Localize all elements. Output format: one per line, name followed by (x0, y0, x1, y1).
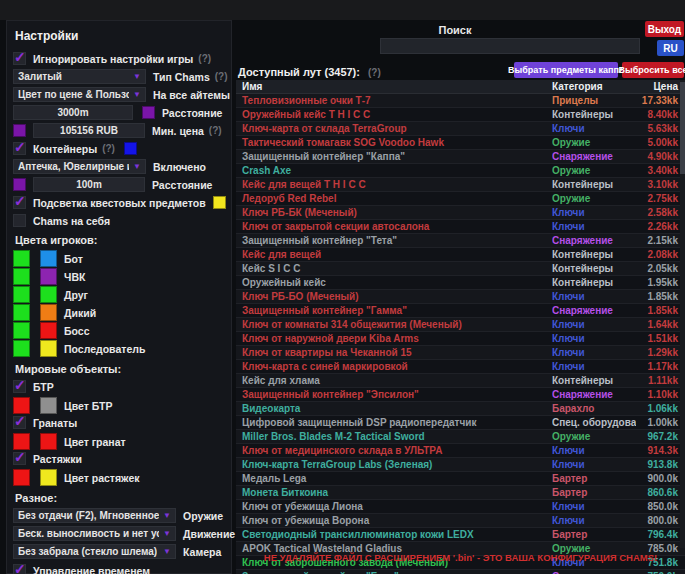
table-row[interactable]: Ключ от убежища Лиона Ключи 850.0k (236, 500, 685, 514)
visible-color-swatch[interactable] (13, 268, 30, 285)
hidden-color-swatch[interactable] (40, 250, 57, 267)
table-row[interactable]: Монета Биткоина Бартер 860.6k (236, 486, 685, 500)
table-row[interactable]: Кейс для хлама Контейнеры 1.11kk (236, 374, 685, 388)
btr-checkbox[interactable] (13, 380, 26, 393)
containers-color-swatch[interactable] (124, 142, 137, 155)
table-row[interactable]: Светодиодный трансиллюминатор кожи LEDX … (236, 528, 685, 542)
tripwires-checkbox[interactable] (13, 452, 26, 465)
table-row[interactable]: Ключ РБ-БК (Меченый) Ключи 2.58kk (236, 206, 685, 220)
weapon-dropdown[interactable]: Без отдачи (F2), Мгновенное п ▼ (13, 508, 176, 523)
item-distance-color-swatch[interactable] (142, 106, 155, 119)
min-price-color-swatch[interactable] (13, 124, 26, 137)
table-row[interactable]: Crash Axe Оружие 3.40kk (236, 164, 685, 178)
table-row[interactable]: Оружейный кейс T H I C C Контейнеры 8.40… (236, 108, 685, 122)
category-filter-dropdown[interactable]: Аптечка, Ювелирные и... ▼ (13, 159, 146, 174)
table-row[interactable]: Ключ от закрытой секции автосалона Ключи… (236, 220, 685, 234)
help-icon[interactable]: (?) (215, 71, 228, 82)
item-category: Ключи (552, 501, 636, 512)
item-category: Контейнеры (552, 179, 636, 190)
drop-all-button[interactable]: Выбросить все (622, 62, 684, 78)
table-row[interactable]: Ключ от медицинского склада в УЛЬТРА Клю… (236, 444, 685, 458)
visible-color-swatch[interactable] (13, 250, 30, 267)
column-header-price[interactable]: Цена (636, 81, 678, 92)
item-color-mode-dropdown[interactable]: Цвет по цене & Пользователь ▼ (13, 87, 146, 102)
btr-color-swatch-2[interactable] (40, 397, 57, 414)
hidden-color-swatch[interactable] (40, 340, 57, 357)
grenade-color-swatch-2[interactable] (40, 433, 57, 450)
visible-color-swatch[interactable] (13, 304, 30, 321)
table-row[interactable]: Цифровой защищенный DSP радиопередатчик … (236, 416, 685, 430)
scrollbar-thumb[interactable] (680, 82, 685, 174)
table-row[interactable]: Медаль Lega Бартер 900.0k (236, 472, 685, 486)
column-header-category[interactable]: Категория (552, 81, 636, 92)
table-row[interactable]: Защищенный контейнер "Бета" Снаряжение 7… (236, 570, 685, 574)
table-row[interactable]: Видеокарта Барахло 1.06kk (236, 402, 685, 416)
visible-color-swatch[interactable] (13, 322, 30, 339)
tripwire-color-swatch-1[interactable] (13, 469, 30, 486)
table-row[interactable]: Ключ-карта от склада TerraGroup Ключи 5.… (236, 122, 685, 136)
visible-color-swatch[interactable] (13, 286, 30, 303)
movement-dropdown[interactable]: Беск. выносливость и нет уста ▼ (13, 526, 176, 541)
column-header-name[interactable]: Имя (236, 81, 552, 92)
item-distance-input[interactable]: 3000m (13, 105, 133, 120)
container-distance-input[interactable]: 100m (33, 177, 145, 192)
ignore-game-checkbox[interactable] (13, 52, 26, 65)
item-name: Тактический томагавк SOG Voodoo Hawk (236, 137, 552, 148)
tripwire-color-swatch-2[interactable] (40, 469, 57, 486)
setting-movement: Беск. выносливость и нет уста ▼ Движение (13, 526, 225, 541)
item-price: 967.2k (636, 431, 678, 442)
table-row[interactable]: Ключ-карта TerraGroup Labs (Зеленая) Клю… (236, 458, 685, 472)
table-row[interactable]: Ключ от наружной двери Kiba Arms Ключи 1… (236, 332, 685, 346)
table-row[interactable]: Ключ РБ-БО (Меченый) Ключи 1.85kk (236, 290, 685, 304)
table-row[interactable]: Кейс S I C C Контейнеры 2.05kk (236, 262, 685, 276)
camera-dropdown[interactable]: Без забрала (стекло шлема) ▼ (13, 544, 176, 559)
table-row[interactable]: Тепловизионные очки Т-7 Прицелы 17.33kk (236, 94, 685, 108)
table-row[interactable]: Miller Bros. Blades M-2 Tactical Sword О… (236, 430, 685, 444)
quest-highlight-color-swatch[interactable] (213, 196, 226, 209)
table-row[interactable]: Защищенный контейнер "Эпсилон" Снаряжени… (236, 388, 685, 402)
select-kappa-items-button[interactable]: Выбрать предметы каппа (514, 62, 618, 78)
quest-highlight-checkbox[interactable] (13, 196, 26, 209)
table-row[interactable]: Ледоруб Red Rebel Оружие 2.75kk (236, 192, 685, 206)
search-input[interactable] (380, 38, 640, 54)
table-row[interactable]: Защищенный контейнер "Тета" Снаряжение 2… (236, 234, 685, 248)
min-price-input[interactable]: 105156 RUB (33, 123, 145, 138)
hidden-color-swatch[interactable] (40, 304, 57, 321)
hidden-color-swatch[interactable] (40, 286, 57, 303)
self-chams-checkbox[interactable] (13, 214, 26, 227)
setting-time-control: Управление временем (13, 563, 225, 574)
item-category: Ключи (552, 319, 636, 330)
grenades-checkbox[interactable] (13, 416, 26, 429)
chams-type-dropdown[interactable]: Залитый ▼ (13, 69, 146, 84)
table-row[interactable]: Оружейный кейс Контейнеры 1.95kk (236, 276, 685, 290)
setting-min-price: 105156 RUB Мин. цена (?) (13, 123, 225, 138)
help-icon[interactable]: (?) (198, 53, 211, 64)
setting-tripwires: Растяжки (13, 451, 225, 466)
item-price: 5.00kk (636, 137, 678, 148)
table-row[interactable]: Кейс для вещей Контейнеры 2.08kk (236, 248, 685, 262)
visible-color-swatch[interactable] (13, 340, 30, 357)
containers-checkbox[interactable] (13, 142, 26, 155)
help-icon[interactable]: (?) (102, 143, 115, 154)
table-row[interactable]: Защищенный контейнер "Гамма" Снаряжение … (236, 304, 685, 318)
language-button[interactable]: RU (657, 40, 684, 56)
time-control-checkbox[interactable] (13, 564, 26, 574)
container-distance-color-swatch[interactable] (13, 178, 26, 191)
item-name: Оружейный кейс T H I C C (236, 109, 552, 120)
table-row[interactable]: Кейс для вещей T H I C C Контейнеры 3.10… (236, 178, 685, 192)
help-icon[interactable]: (?) (368, 67, 381, 78)
item-price: 1.00kk (636, 417, 678, 428)
exit-button[interactable]: Выход (645, 21, 684, 37)
help-icon[interactable]: (?) (209, 125, 222, 136)
table-row[interactable]: Ключ от убежища Ворона Ключи 800.0k (236, 514, 685, 528)
table-row[interactable]: Защищенный контейнер "Каппа" Снаряжение … (236, 150, 685, 164)
table-row[interactable]: Ключ-карта с синей маркировкой Ключи 1.1… (236, 360, 685, 374)
loot-table-header: Имя Категория Цена (236, 80, 685, 94)
table-row[interactable]: Тактический томагавк SOG Voodoo Hawk Ору… (236, 136, 685, 150)
hidden-color-swatch[interactable] (40, 268, 57, 285)
btr-color-swatch-1[interactable] (13, 397, 30, 414)
table-row[interactable]: Ключ от квартиры на Чеканной 15 Ключи 1.… (236, 346, 685, 360)
hidden-color-swatch[interactable] (40, 322, 57, 339)
table-row[interactable]: Ключ от комнаты 314 общежития (Меченый) … (236, 318, 685, 332)
grenade-color-swatch-1[interactable] (13, 433, 30, 450)
